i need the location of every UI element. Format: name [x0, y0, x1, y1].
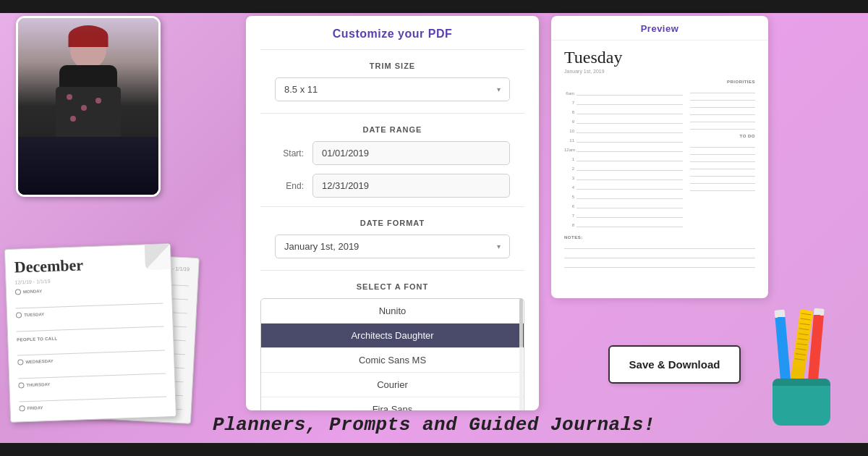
ruler-line-2 — [801, 318, 811, 320]
font-option-nunito[interactable]: Nunito — [261, 299, 524, 324]
font-select-label: SELECT A FONT — [246, 282, 539, 291]
time-row-2pm: 2 — [564, 164, 683, 171]
cup-rim — [773, 379, 830, 386]
end-label: End: — [275, 181, 304, 191]
ruler-line-5 — [799, 333, 809, 335]
time-line-6pm — [576, 201, 683, 208]
end-date-input[interactable]: 12/31/2019 — [312, 174, 510, 198]
border-top — [0, 0, 868, 13]
priority-line-1 — [690, 86, 755, 93]
time-line-1pm — [576, 154, 683, 161]
time-5pm: 5 — [564, 195, 574, 199]
day-label-1: MONDAY — [23, 289, 42, 294]
ruler-line-4 — [799, 328, 809, 330]
time-row-1pm: 1 — [564, 154, 683, 161]
time-8: 8 — [564, 110, 574, 114]
date-format-selector[interactable]: January 1st, 2019 ▾ — [275, 235, 510, 258]
font-scrollbar-thumb — [519, 298, 523, 347]
panel-title: Customize your PDF — [246, 16, 539, 49]
panel-divider-4 — [260, 270, 524, 271]
time-3pm: 3 — [564, 176, 574, 180]
day-circle-2 — [16, 312, 22, 318]
time-11: 11 — [564, 138, 574, 143]
start-date-input[interactable]: 01/01/2019 — [312, 141, 510, 165]
time-row-4pm: 4 — [564, 182, 683, 190]
priorities-header: PRIORITIES — [690, 80, 755, 84]
panel-divider-3 — [260, 206, 524, 207]
border-bottom — [0, 443, 868, 456]
notes-line-2 — [564, 251, 755, 258]
time-row-7: 7 — [564, 98, 683, 105]
font-dropdown: Nunito Architects Daughter Comic Sans MS… — [260, 298, 524, 410]
start-date-row: Start: 01/01/2019 — [275, 141, 510, 165]
time-line-8 — [576, 107, 683, 114]
todo-line-6 — [690, 177, 755, 184]
time-line-2pm — [576, 164, 683, 171]
preview-content: Tuesday January 1st, 2019 6am 7 8 — [551, 40, 768, 277]
time-7pm: 7 — [564, 214, 574, 218]
todo-line-4 — [690, 162, 755, 169]
time-row-8pm: 8 — [564, 220, 683, 227]
time-6pm: 6 — [564, 204, 574, 208]
time-line-12am — [576, 145, 683, 152]
font-option-comic-sans[interactable]: Comic Sans MS — [261, 348, 524, 373]
time-2pm: 2 — [564, 166, 574, 171]
day-label-2: TUESDAY — [24, 312, 44, 317]
time-line-7pm — [576, 211, 683, 218]
planner-month: December — [14, 256, 83, 276]
date-range-label: DATE RANGE — [246, 125, 539, 134]
pencil-cup — [773, 379, 830, 426]
trim-size-arrow: ▾ — [497, 85, 501, 93]
day-circle-5 — [19, 405, 25, 411]
ruler-line-3 — [800, 323, 810, 325]
todo-header: TO DO — [690, 134, 755, 138]
priority-line-4 — [690, 108, 755, 115]
date-range-section: Start: 01/01/2019 End: 12/31/2019 — [246, 141, 539, 198]
customize-panel: Customize your PDF TRIM SIZE 8.5 x 11 ▾ … — [246, 16, 539, 410]
preview-columns: 6am 7 8 9 10 — [564, 80, 755, 229]
time-line-8pm — [576, 220, 683, 227]
start-label: Start: — [275, 148, 304, 159]
trim-size-label: TRIM SIZE — [246, 62, 539, 70]
font-option-architects[interactable]: Architects Daughter — [261, 324, 524, 348]
page-curl — [145, 244, 171, 270]
day-label-5: FRIDAY — [27, 405, 43, 410]
time-row-12am: 12am — [564, 145, 683, 152]
time-line-3pm — [576, 173, 683, 180]
time-row-5pm: 5 — [564, 192, 683, 199]
font-option-courier[interactable]: Courier — [261, 373, 524, 397]
ruler-line-8 — [796, 348, 807, 350]
time-line-6am — [576, 88, 683, 96]
time-6am: 6am — [564, 91, 574, 96]
todo-line-7 — [690, 184, 755, 191]
bottom-text: Planners, Prompts and Guided Journals! — [0, 414, 868, 436]
preview-left-col: 6am 7 8 9 10 — [564, 80, 683, 229]
notes-line-1 — [564, 242, 755, 249]
font-option-fira-sans[interactable]: Fira Sans — [261, 397, 524, 410]
time-line-5pm — [576, 192, 683, 199]
time-line-9 — [576, 117, 683, 124]
day-circle-3 — [17, 359, 23, 365]
priority-line-5 — [690, 115, 755, 122]
trim-size-value: 8.5 x 11 — [284, 84, 318, 95]
font-dropdown-wrapper: Nunito Architects Daughter Comic Sans MS… — [246, 298, 539, 410]
panel-divider-2 — [260, 113, 524, 114]
save-download-button[interactable]: Save & Download — [608, 345, 741, 384]
day-circle-1 — [15, 289, 21, 295]
trim-size-selector[interactable]: 8.5 x 11 ▾ — [275, 77, 510, 101]
todo-line-1 — [690, 140, 755, 148]
ruler-line-1 — [801, 313, 812, 316]
date-format-dropdown[interactable]: January 1st, 2019 ▾ — [275, 235, 510, 258]
time-row-11: 11 — [564, 135, 683, 143]
priority-line-6 — [690, 122, 755, 130]
time-row-8: 8 — [564, 107, 683, 114]
preview-notes: NOTES: — [564, 235, 755, 268]
trim-size-dropdown[interactable]: 8.5 x 11 ▾ — [275, 77, 510, 101]
time-4pm: 4 — [564, 185, 574, 190]
preview-panel: Preview Tuesday January 1st, 2019 6am 7 … — [551, 16, 768, 298]
planner-page-front: December GOALS 12/1/19 - 1/1/19 MONDAY T… — [4, 243, 176, 423]
panel-divider-1 — [260, 49, 524, 50]
planner-line-3 — [17, 340, 165, 355]
date-format-arrow: ▾ — [497, 242, 501, 250]
time-row-6pm: 6 — [564, 201, 683, 208]
